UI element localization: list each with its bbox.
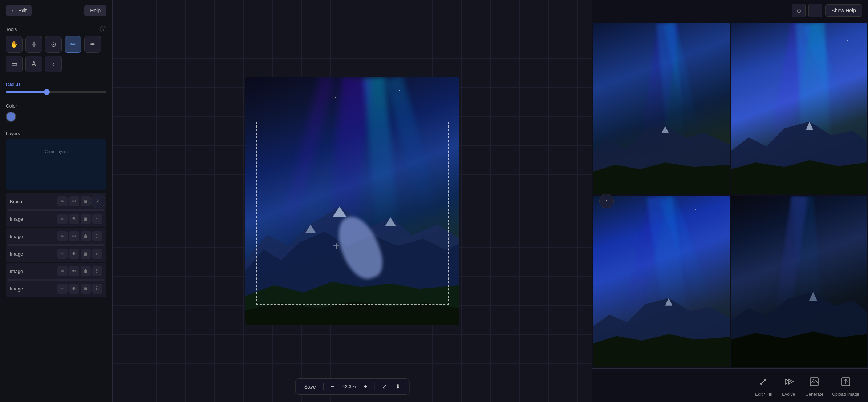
zoom-out-button[interactable]: − [328,382,337,391]
layer-edit-btn-4[interactable]: ✏ [57,266,68,276]
right-top-bar: ⊙ — Show Help [592,0,868,21]
tool-eraser[interactable]: ✒ [84,36,101,53]
move-icon: ✛ [31,40,37,48]
menu-icon-btn[interactable]: — [808,4,822,17]
radius-slider-thumb[interactable] [44,89,50,95]
thumbnail-1[interactable] [593,23,730,194]
thumb-bg-4 [731,196,867,367]
layer-visibility-btn-4[interactable]: 👁 [69,266,79,276]
back-arrow-icon: ← [11,8,16,13]
layer-visibility-btn-1[interactable]: 👁 [69,214,79,224]
action-upload-image[interactable]: Upload Image [832,374,859,397]
canvas-wrapper: ✛ [245,77,459,325]
thumbnail-2[interactable] [731,23,867,194]
tools-row-2: ▭ A ‹ [6,56,106,72]
layer-drag-handle-4[interactable]: ⠿ [92,266,102,276]
generate-icon [806,374,822,390]
layer-delete-btn-1[interactable]: 🗑 [81,214,91,224]
show-help-button[interactable]: Show Help [825,4,862,17]
tool-back[interactable]: ‹ [45,56,62,72]
layers-title: Layers [6,131,106,136]
layer-actions-5: ✏ 👁 🗑 ⠿ [57,284,102,294]
crosshair-cursor: ✛ [333,242,339,250]
tool-move[interactable]: ✛ [25,36,42,53]
right-panel: ⊙ — Show Help [592,0,868,402]
tool-hand[interactable]: ✋ [6,36,23,53]
layer-drag-handle-3[interactable]: ⠿ [92,249,102,259]
layer-visibility-btn-5[interactable]: 👁 [69,284,79,294]
thumb-bg-1 [593,23,730,194]
layer-row-4: Image ✏ 👁 🗑 ⠿ [6,263,106,280]
zoom-in-button[interactable]: + [361,382,370,391]
layer-delete-btn-2[interactable]: 🗑 [81,231,91,241]
layer-delete-btn-5[interactable]: 🗑 [81,284,91,294]
color-section: Color [0,99,112,126]
save-button[interactable]: Save [301,382,319,391]
layer-actions-2: ✏ 👁 🗑 ⠿ [57,231,102,241]
layer-drag-handle-1[interactable]: ⠿ [92,214,102,224]
exit-button[interactable]: ← Exit [6,5,32,16]
evolve-icon [780,374,796,390]
action-edit-fill[interactable]: Edit / Fill [755,374,772,397]
exit-label: Exit [18,8,27,13]
canvas-image[interactable]: ✛ [245,77,459,325]
tool-lasso[interactable]: ⊙ [45,36,62,53]
layer-edit-btn-1[interactable]: ✏ [57,214,68,224]
radius-slider-container [6,90,106,94]
layer-name-0: Brush [10,199,54,204]
thumb-mountains-4 [731,290,867,367]
lasso-icon: ⊙ [51,40,56,48]
color-swatch[interactable] [6,112,16,122]
settings-icon-btn[interactable]: ⊙ [792,4,806,17]
layer-delete-btn-0[interactable]: 🗑 [81,196,91,206]
tool-text[interactable]: A [25,56,42,72]
canvas-nav-right[interactable]: › [599,194,614,208]
layer-visibility-btn-2[interactable]: 👁 [69,231,79,241]
svg-rect-21 [810,378,818,386]
help-button[interactable]: Help [84,5,106,16]
layer-edit-btn-5[interactable]: ✏ [57,284,68,294]
text-icon: A [32,60,36,68]
layer-visibility-btn-0[interactable]: 👁 [69,196,79,206]
action-generate[interactable]: Generate [805,374,823,397]
evolve-label: Evolve [782,392,795,397]
upload-image-icon [838,374,854,390]
layer-name-2: Image [10,234,54,239]
layer-drag-handle-2[interactable]: ⠿ [92,231,102,241]
layer-actions-3: ✏ 👁 🗑 ⠿ [57,249,102,259]
minus-icon: — [812,7,818,14]
layer-name-3: Image [10,251,54,257]
tool-brush[interactable]: ✏ [65,36,81,53]
layer-delete-btn-3[interactable]: 🗑 [81,249,91,259]
rectangle-icon: ▭ [11,60,17,68]
layer-edit-btn-0[interactable]: ✏ [57,196,68,206]
thumbnail-3[interactable] [593,196,730,367]
layer-edit-btn-2[interactable]: ✏ [57,231,68,241]
fit-icon: ⤢ [382,383,387,390]
tool-rectangle[interactable]: ▭ [6,56,23,72]
thumbnail-4[interactable] [731,196,867,367]
action-evolve[interactable]: Evolve [780,374,796,397]
layer-row-1: Image ✏ 👁 🗑 ⠿ [6,210,106,227]
layer-drag-handle-5[interactable]: ⠿ [92,284,102,294]
canvas-background: ✛ [245,77,459,325]
fit-button[interactable]: ⤢ [379,382,390,391]
radius-label: Radius [6,81,106,87]
svg-point-22 [812,379,814,381]
download-button[interactable]: ⬇ [393,382,403,391]
svg-marker-18 [731,331,867,367]
edit-fill-icon [755,374,771,390]
eraser-icon: ✒ [90,40,96,48]
radius-slider-fill [6,91,46,93]
layer-delete-btn-4[interactable]: 🗑 [81,266,91,276]
tools-info-icon[interactable]: ? [100,26,106,32]
svg-marker-12 [731,160,867,194]
toolbar-divider-1 [323,383,324,390]
thumb-mountains-2 [731,117,867,194]
layer-edit-btn-3[interactable]: ✏ [57,249,68,259]
radius-slider[interactable] [6,91,106,93]
layer-actions-4: ✏ 👁 🗑 ⠿ [57,266,102,276]
layer-visibility-btn-3[interactable]: 👁 [69,249,79,259]
thumb-bg-3 [593,196,730,367]
canvas-nav-left[interactable]: ‹ [91,194,105,208]
